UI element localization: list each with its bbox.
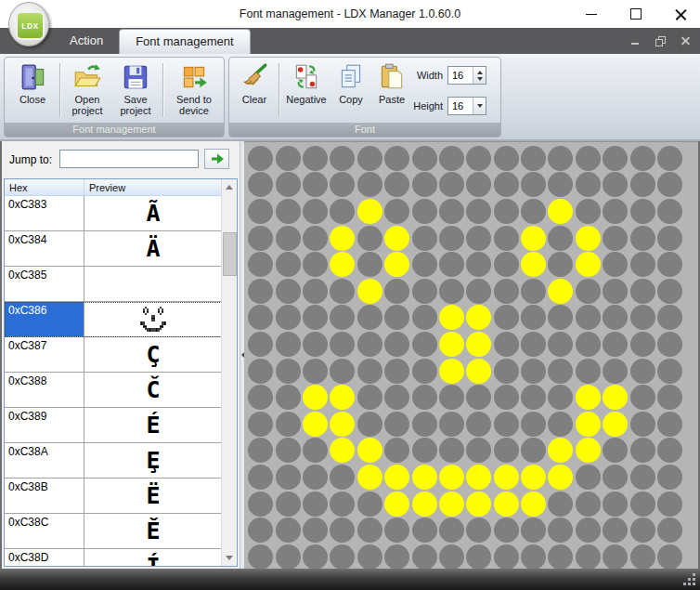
matrix-dot[interactable]: [439, 332, 464, 357]
matrix-dot[interactable]: [657, 279, 682, 304]
matrix-dot[interactable]: [657, 412, 682, 437]
matrix-dot[interactable]: [630, 385, 655, 410]
matrix-dot[interactable]: [248, 226, 273, 251]
matrix-dot[interactable]: [603, 438, 628, 463]
matrix-dot[interactable]: [303, 199, 328, 224]
matrix-dot[interactable]: [630, 172, 655, 197]
matrix-dot[interactable]: [439, 359, 464, 384]
matrix-dot[interactable]: [439, 492, 464, 517]
matrix-dot[interactable]: [494, 438, 519, 463]
matrix-dot[interactable]: [603, 518, 628, 543]
matrix-dot[interactable]: [439, 438, 464, 463]
matrix-dot[interactable]: [603, 465, 628, 490]
matrix-dot[interactable]: [521, 146, 546, 171]
close-button[interactable]: Close: [8, 61, 57, 105]
width-spinner[interactable]: 16: [447, 66, 486, 85]
matrix-dot[interactable]: [412, 518, 437, 543]
restore-icon[interactable]: [655, 35, 666, 46]
matrix-dot[interactable]: [494, 385, 519, 410]
matrix-dot[interactable]: [603, 226, 628, 251]
matrix-dot[interactable]: [630, 492, 655, 517]
matrix-dot[interactable]: [576, 146, 601, 171]
matrix-dot[interactable]: [412, 252, 437, 277]
matrix-dot[interactable]: [548, 385, 573, 410]
matrix-dot[interactable]: [466, 492, 491, 517]
maximize-icon[interactable]: [629, 7, 642, 20]
matrix-dot[interactable]: [248, 385, 273, 410]
matrix-dot[interactable]: [657, 518, 682, 543]
resize-grip[interactable]: [693, 583, 695, 585]
matrix-dot[interactable]: [330, 279, 355, 304]
matrix-dot[interactable]: [248, 146, 273, 171]
matrix-dot[interactable]: [439, 544, 464, 570]
matrix-dot[interactable]: [412, 226, 437, 251]
matrix-dot[interactable]: [303, 146, 328, 171]
matrix-dot[interactable]: [303, 359, 328, 384]
matrix-dot[interactable]: [521, 226, 546, 251]
matrix-dot[interactable]: [412, 412, 437, 437]
matrix-dot[interactable]: [330, 172, 355, 197]
matrix-dot[interactable]: [466, 305, 491, 330]
table-row[interactable]: 0xC388Č: [5, 373, 222, 408]
matrix-dot[interactable]: [548, 172, 573, 197]
matrix-dot[interactable]: [630, 544, 655, 570]
minimize-icon[interactable]: [585, 7, 598, 20]
matrix-dot[interactable]: [548, 279, 573, 304]
matrix-dot[interactable]: [276, 385, 301, 410]
matrix-dot[interactable]: [630, 359, 655, 384]
matrix-dot[interactable]: [657, 199, 682, 224]
matrix-dot[interactable]: [494, 226, 519, 251]
matrix-dot[interactable]: [603, 199, 628, 224]
matrix-dot[interactable]: [384, 518, 409, 543]
matrix-dot[interactable]: [384, 412, 409, 437]
matrix-dot[interactable]: [248, 332, 273, 357]
matrix-dot[interactable]: [657, 438, 682, 463]
close-icon[interactable]: [681, 35, 691, 46]
matrix-dot[interactable]: [357, 465, 382, 490]
matrix-dot[interactable]: [494, 172, 519, 197]
matrix-dot[interactable]: [384, 279, 409, 304]
matrix-dot[interactable]: [576, 385, 601, 410]
matrix-dot[interactable]: [330, 412, 355, 437]
matrix-dot[interactable]: [357, 544, 382, 570]
matrix-dot[interactable]: [657, 492, 682, 517]
matrix-dot[interactable]: [276, 438, 301, 463]
matrix-dot[interactable]: [603, 359, 628, 384]
matrix-dot[interactable]: [248, 438, 273, 463]
matrix-dot[interactable]: [248, 544, 273, 570]
matrix-dot[interactable]: [603, 385, 628, 410]
matrix-dot[interactable]: [330, 199, 355, 224]
matrix-dot[interactable]: [276, 518, 301, 543]
matrix-dot[interactable]: [276, 544, 301, 570]
matrix-dot[interactable]: [466, 226, 491, 251]
matrix-dot[interactable]: [330, 438, 355, 463]
matrix-dot[interactable]: [603, 305, 628, 330]
matrix-dot[interactable]: [548, 492, 573, 517]
tab-action[interactable]: Action: [54, 28, 119, 54]
matrix-dot[interactable]: [521, 412, 546, 437]
matrix-dot[interactable]: [248, 252, 273, 277]
matrix-dot[interactable]: [494, 199, 519, 224]
matrix-dot[interactable]: [276, 279, 301, 304]
matrix-dot[interactable]: [466, 438, 491, 463]
matrix-dot[interactable]: [630, 305, 655, 330]
matrix-dot[interactable]: [357, 412, 382, 437]
matrix-dot[interactable]: [248, 305, 273, 330]
matrix-dot[interactable]: [466, 279, 491, 304]
matrix-dot[interactable]: [439, 305, 464, 330]
matrix-dot[interactable]: [303, 226, 328, 251]
matrix-dot[interactable]: [330, 146, 355, 171]
negative-button[interactable]: Negative: [282, 61, 331, 105]
matrix-dot[interactable]: [466, 412, 491, 437]
preview-column-header[interactable]: Preview: [84, 179, 237, 195]
matrix-dot[interactable]: [276, 146, 301, 171]
matrix-dot[interactable]: [330, 252, 355, 277]
matrix-dot[interactable]: [330, 226, 355, 251]
matrix-dot[interactable]: [521, 279, 546, 304]
matrix-dot[interactable]: [494, 518, 519, 543]
table-scrollbar[interactable]: [221, 179, 237, 566]
matrix-dot[interactable]: [521, 172, 546, 197]
matrix-dot[interactable]: [466, 332, 491, 357]
matrix-dot[interactable]: [630, 412, 655, 437]
table-row[interactable]: 0xC387Ç: [5, 337, 222, 373]
